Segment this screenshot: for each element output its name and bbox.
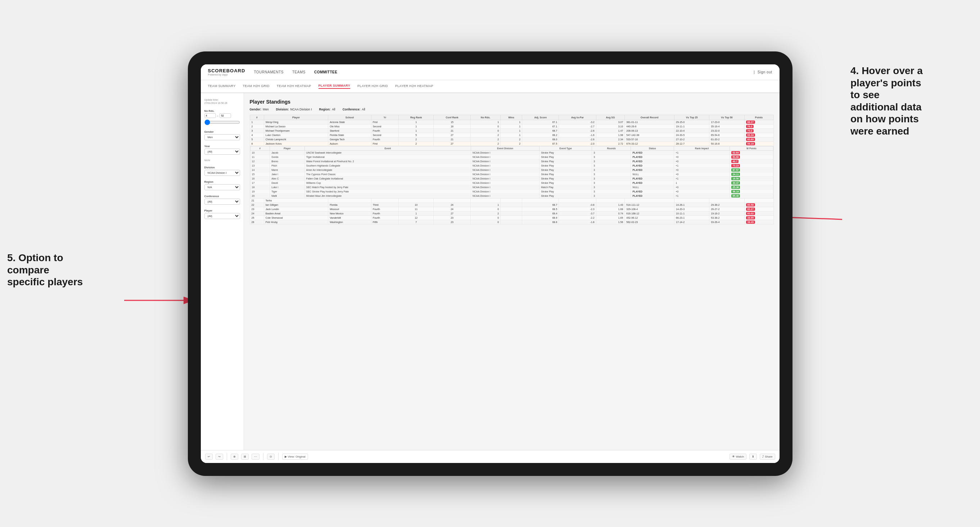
table-row[interactable]: 23 Jack Lundin Missouri Fourth 11 24 0 6… <box>250 207 773 211</box>
sub-nav-team-h2h-heatmap[interactable]: TEAM H2H HEATMAP <box>277 84 311 89</box>
cell-adj-score: 68.7 <box>522 129 559 133</box>
cell-points[interactable]: 88.27 <box>744 120 773 124</box>
copy-button[interactable]: ⊕ <box>231 454 238 460</box>
gender-select[interactable]: Men Women <box>204 134 240 140</box>
year-select[interactable]: (All) <box>204 149 240 155</box>
cell-points[interactable]: 70.2 <box>744 129 773 133</box>
cell-avg-to-par: -2.6 <box>559 137 596 141</box>
share-button[interactable]: ⤴ Share <box>760 454 775 460</box>
table-row[interactable]: 4 Luke Clanton Florida State Second 5 27… <box>250 133 773 137</box>
cell-num: 1 <box>250 120 264 124</box>
app-title: SCOREBOARD <box>208 68 245 73</box>
region-select[interactable]: N/A <box>204 184 240 190</box>
sub-nav-player-summary[interactable]: PLAYER SUMMARY <box>318 84 350 89</box>
table-row[interactable]: 25 Cole Sherwood Vanderbilt Fourth 12 23… <box>250 216 773 220</box>
cell-overall-record: 440-26-6 <box>625 124 675 129</box>
no-rds-min-input[interactable] <box>204 113 216 118</box>
nav-committee[interactable]: COMMITTEE <box>314 70 337 75</box>
inner-row[interactable]: 19 Tiger SEC Stroke Play hosted by Jerry… <box>250 189 773 194</box>
undo-button[interactable]: ↩ <box>205 454 213 460</box>
cell-num: 3 <box>250 129 264 133</box>
player-select[interactable]: (All) <box>204 213 240 219</box>
cell-conf-rank: 27 <box>434 133 471 137</box>
gender-field: Gender Men Women <box>204 130 240 140</box>
conference-select[interactable]: (All) <box>204 198 240 205</box>
cell-conf-rank: 21 <box>434 129 471 133</box>
filter-gender-label: Gender: <box>250 108 262 111</box>
inner-row[interactable]: 16 Alex C Fallen Oak Collegiate Invitati… <box>250 176 773 181</box>
cell-points[interactable]: 68.34 <box>744 133 773 137</box>
table-row[interactable]: 24 Bastien Amat New Mexico Fourth 1 27 2… <box>250 211 773 216</box>
cell-avg-sg: 3.10 <box>596 124 625 129</box>
redo-button[interactable]: ↪ <box>216 454 223 460</box>
cell-player[interactable]: Christo Lamprecht <box>264 137 328 141</box>
table-row[interactable]: 3 Michael Thorbjornsen Stanford Fourth 1… <box>250 129 773 133</box>
watch-button[interactable]: 👁 Watch <box>730 454 746 460</box>
nav-tournaments[interactable]: TOURNAMENTS <box>254 70 283 75</box>
inner-row[interactable]: 10 Jacob UNCW Seahawk Intercollegiate NC… <box>250 150 773 155</box>
cell-avg-to-par: -1.6 <box>559 133 596 137</box>
cell-player[interactable]: Wenyi Ding <box>264 120 328 124</box>
inner-row[interactable]: 17 David Williams Cup NCAA Division I St… <box>250 181 773 185</box>
player-label: Player <box>204 209 240 212</box>
inner-row[interactable]: 11 Gordo Tiger Invitational NCAA Divisio… <box>250 155 773 159</box>
no-rds-max-input[interactable] <box>220 113 231 118</box>
cell-no-rds: 1 <box>471 120 501 124</box>
download-button[interactable]: ⬇ <box>749 454 757 460</box>
cell-player[interactable]: Luke Clanton <box>264 133 328 137</box>
cell-overall-record: 533-57-16 <box>625 137 675 141</box>
division-select[interactable]: NCAA Division I <box>204 170 240 176</box>
cell-player[interactable]: Ian Gilligan <box>264 203 328 207</box>
table-row[interactable]: 21 Terho <box>250 198 773 203</box>
cell-adj-score: 67.1 <box>522 124 559 129</box>
cell-points[interactable]: 60.69 <box>744 137 773 141</box>
table-row[interactable]: 5 Christo Lamprecht Georgia Tech Fourth … <box>250 137 773 141</box>
table-row-highlighted[interactable]: 6 Jackson Koivu Auburn First 2 27 2 2 87… <box>250 141 773 146</box>
cell-avg-sg: 1.47 <box>596 129 625 133</box>
sign-out-link[interactable]: Sign out <box>757 70 772 75</box>
paste-button[interactable]: ⊞ <box>241 454 249 460</box>
table-row[interactable]: 1 Wenyi Ding Arizona State First 1 15 1 … <box>250 120 773 124</box>
table-row[interactable]: 22 Ian Gilligan Florida Third 10 24 1 68… <box>250 203 773 207</box>
col-adj-score: Adj. Score <box>522 115 559 120</box>
sub-nav-player-h2h-heatmap[interactable]: PLAYER H2H HEATMAP <box>395 84 433 89</box>
filter-division: Division: NCAA Division I <box>276 108 312 111</box>
inner-col-event: Event <box>304 146 471 150</box>
filter-region-value: All <box>332 108 335 111</box>
cell-player[interactable]: Michael La Sasso <box>264 124 328 129</box>
cell-points[interactable]: 76.3 <box>744 124 773 129</box>
bottom-toolbar: ↩ ↪ ⊕ ⊞ ⋯ ⊙ ▶ View: Original 👁 Watch ⬇ ⤴… <box>201 450 780 463</box>
cell-player[interactable]: Jack Lundin <box>264 207 328 211</box>
sub-nav-team-h2h-grid[interactable]: TEAM H2H GRID <box>243 84 269 89</box>
col-overall-record: Overall Record <box>625 115 675 120</box>
year-field: Year (All) <box>204 144 240 155</box>
inner-row[interactable]: 20 Mattl Mirabel Maui Jim Intercollegiat… <box>250 194 773 198</box>
cell-player[interactable]: Cole Sherwood <box>264 216 328 220</box>
nav-teams[interactable]: TEAMS <box>292 70 305 75</box>
inner-row[interactable]: 15 Jake I The Cypress Point Classic NCAA… <box>250 172 773 176</box>
sub-nav-team-summary[interactable]: TEAM SUMMARY <box>208 84 236 89</box>
standings-tbody: 1 Wenyi Ding Arizona State First 1 15 1 … <box>250 120 773 224</box>
no-rds-slider[interactable] <box>204 119 240 125</box>
division-field: Division NCAA Division I <box>204 166 240 176</box>
cell-avg-to-par: -3.2 <box>559 120 596 124</box>
more-button[interactable]: ⋯ <box>251 454 259 460</box>
inner-row[interactable]: 18 Luke I SEC Match Play hosted by Jerry… <box>250 185 773 189</box>
cell-player[interactable]: Terho <box>264 198 328 203</box>
inner-row[interactable]: 12 Breno Wake Forest Invitational at Pin… <box>250 159 773 163</box>
col-points: Points <box>744 115 773 120</box>
inner-row[interactable]: 13 Pitch Southern Highlands Collegiate N… <box>250 163 773 168</box>
sub-nav-player-h2h-grid[interactable]: PLAYER H2H GRID <box>357 84 388 89</box>
cell-player[interactable]: Michael Thorbjornsen <box>264 129 328 133</box>
table-row[interactable]: 26 Petr Hruby Washington Fifth 7 23 0 68… <box>250 220 773 224</box>
cell-player[interactable]: Bastien Amat <box>264 211 328 216</box>
cell-player[interactable]: Petr Hruby <box>264 220 328 224</box>
inner-row[interactable]: 14 Marre Amer An Intercollegiate NCAA Di… <box>250 168 773 172</box>
cell-yr: First <box>371 141 399 146</box>
cell-player[interactable]: Jackson Koivu <box>264 141 328 146</box>
timer-button[interactable]: ⊙ <box>267 454 275 460</box>
view-original-button[interactable]: ▶ View: Original <box>282 454 308 460</box>
table-row[interactable]: 2 Michael La Sasso Ole Miss Second 1 18 … <box>250 124 773 129</box>
cell-points[interactable]: 58.18 <box>744 141 773 146</box>
eye-icon: 👁 <box>732 455 735 458</box>
